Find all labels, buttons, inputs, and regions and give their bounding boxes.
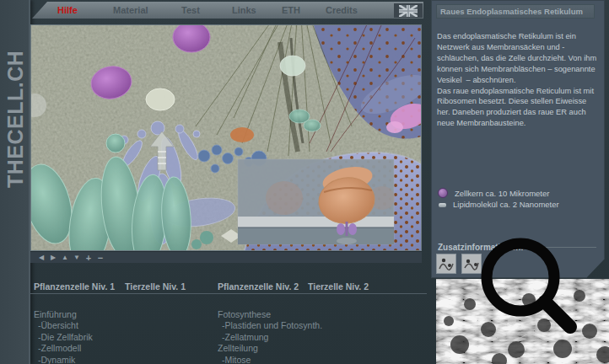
legend-label: Zellkern ca. 10 Mikrometer: [455, 189, 549, 198]
zoom-out-button[interactable]: −: [94, 254, 106, 262]
menu-item-plastiden[interactable]: -Plastiden und Fotosynth.: [218, 320, 322, 331]
top-nav: Hilfe Material Test Links ETH Credits: [32, 2, 423, 19]
nav-item-links[interactable]: Links: [232, 5, 256, 15]
menu-tabs: Pflanzenzelle Niv. 1 Tierzelle Niv. 1 Pf…: [30, 281, 427, 294]
viewer-control-bar: ◀ ▶ ▲ ▼ + −: [30, 251, 422, 263]
legend-row-nucleus: Zellkern ca. 10 Mikrometer: [438, 188, 559, 198]
menu-item-zellmodell[interactable]: -Zellmodell: [34, 343, 93, 354]
lipid-icon: [439, 203, 446, 207]
nav-item-test[interactable]: Test: [181, 5, 200, 15]
step-back-button[interactable]: ◀: [35, 254, 47, 262]
site-logo: THECELL.CH: [3, 11, 28, 188]
bottom-menu: Pflanzenzelle Niv. 1 Tierzelle Niv. 1 Pf…: [30, 281, 427, 294]
viewer-inset-closeup: [238, 159, 395, 244]
menu-item-uebersicht[interactable]: -Übersicht: [34, 320, 93, 331]
zusatzinfo-thumbnail-2[interactable]: [461, 254, 482, 274]
nav-item-credits[interactable]: Credits: [326, 5, 358, 15]
tab-tierzelle-niv1[interactable]: Tierzelle Niv. 1: [125, 281, 186, 292]
menu-item-fotosynthese[interactable]: Fotosynthese: [218, 309, 322, 320]
cell-3d-viewer[interactable]: [30, 24, 422, 251]
nucleus-icon: [438, 188, 448, 198]
tab-pflanzenzelle-niv1[interactable]: Pflanzenzelle Niv. 1: [34, 281, 115, 292]
pan-down-button[interactable]: ▼: [71, 254, 83, 262]
tab-tierzelle-niv2[interactable]: Tierzelle Niv. 2: [308, 281, 369, 292]
menu-item-mitose[interactable]: -Mitose: [218, 355, 322, 364]
zoom-in-button[interactable]: +: [83, 254, 94, 262]
info-panel: Raues Endoplasmatisches Retikulum Das en…: [431, 0, 605, 278]
language-switch-button[interactable]: [394, 3, 423, 18]
uk-flag-icon: [399, 5, 418, 17]
info-panel-title: Raues Endoplasmatisches Retikulum: [436, 4, 595, 19]
scale-legend: Zellkern ca. 10 Mikrometer Lipidmolekül …: [438, 188, 559, 211]
menu-item-zellteilung[interactable]: Zellteilung: [218, 343, 322, 354]
extras-divider: [527, 247, 596, 248]
menu-column-1: Einführung -Übersicht -Die Zellfabrik -Z…: [34, 309, 93, 364]
nav-item-eth[interactable]: ETH: [282, 5, 300, 15]
nav-item-material[interactable]: Material: [113, 5, 148, 15]
extras-section: Zusatzinformationen:: [438, 243, 596, 252]
legend-row-lipid: Lipidmolekül ca. 2 Nanometer: [438, 200, 559, 209]
menu-item-zellfabrik[interactable]: -Die Zellfabrik: [34, 332, 93, 343]
em-micrograph-image[interactable]: [436, 279, 609, 364]
info-panel-body: Das endoplasmatische Retikulum ist ein N…: [437, 31, 604, 129]
step-forward-button[interactable]: ▶: [47, 254, 59, 262]
em-thumb-icon: [437, 254, 455, 273]
em-thumb-icon: [462, 254, 481, 273]
cell-3d-scene: [31, 25, 421, 250]
pan-up-button[interactable]: ▲: [59, 254, 71, 262]
menu-item-zellatmung[interactable]: -Zellatmung: [218, 332, 322, 343]
tab-pflanzenzelle-niv2[interactable]: Pflanzenzelle Niv. 2: [218, 281, 299, 292]
menu-column-2: Fotosynthese -Plastiden und Fotosynth. -…: [218, 309, 322, 364]
menu-item-einfuehrung[interactable]: Einführung: [34, 309, 93, 320]
menu-item-dynamik[interactable]: -Dynamik: [34, 355, 93, 364]
legend-label: Lipidmolekül ca. 2 Nanometer: [453, 200, 559, 209]
extras-thumbnails: [436, 254, 482, 274]
nav-item-hilfe[interactable]: Hilfe: [57, 5, 78, 15]
sidebar: THECELL.CH: [0, 0, 30, 364]
em-micrograph-art: [436, 279, 609, 364]
zusatzinfo-thumbnail-1[interactable]: [436, 254, 456, 274]
extras-heading: Zusatzinformationen:: [438, 243, 524, 252]
